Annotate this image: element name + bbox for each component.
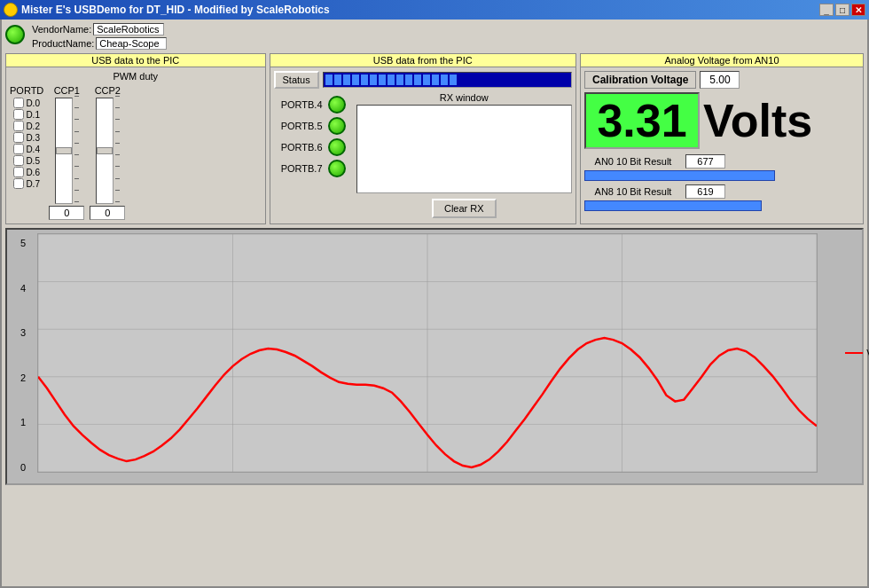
calib-value: 5.00: [700, 71, 740, 89]
portd-d1-checkbox[interactable]: [13, 109, 24, 120]
portd-d4: D.4: [13, 144, 40, 154]
portd-d3: D.3: [13, 132, 40, 143]
title-bar-title: Mister E's USBDemo for DT_HID - Modified…: [21, 4, 819, 16]
chart-svg: [38, 234, 817, 472]
voltage-unit: Volts: [703, 94, 812, 147]
portd-d4-checkbox[interactable]: [13, 144, 24, 154]
maximize-button[interactable]: □: [835, 4, 849, 16]
rx-textarea[interactable]: [356, 105, 573, 193]
an0-value: 677: [685, 154, 725, 169]
portb6-label: PORTB.6: [274, 142, 323, 153]
chart-inner: Volts: [37, 233, 818, 473]
portb7-row: PORTB.7: [274, 160, 346, 177]
y-label-1: 1: [11, 417, 26, 427]
portb4-row: PORTB.4: [274, 96, 346, 114]
ccp2-value: 0: [90, 206, 125, 220]
portb-rows: PORTB.4 PORTB.5 PORTB.6 PORTB.7: [274, 96, 346, 177]
portb7-led: [328, 160, 346, 177]
portd-d0: D.0: [13, 98, 40, 108]
y-label-5: 5: [11, 238, 26, 248]
ccp2-slider-track: [96, 98, 114, 204]
voltage-display: 3.31 Volts: [584, 92, 859, 149]
portb7-label: PORTB.7: [274, 163, 323, 174]
portb5-led: [328, 117, 346, 135]
ccp1-slider-track: [55, 98, 73, 204]
usb-from-pic-section: USB data from the PIC Status: [270, 53, 577, 224]
y-label-4: 4: [11, 283, 26, 294]
rx-window-section: RX window Clear RX: [356, 92, 573, 218]
an0-bar: [584, 170, 775, 181]
portb5-row: PORTB.5: [274, 117, 346, 135]
pwm-duty-label: PWM duty: [10, 71, 262, 82]
an8-bar: [584, 200, 762, 211]
portd-d6-checkbox[interactable]: [13, 167, 24, 177]
analog-voltage-section: Analog Voltage from AN10 Calibration Vol…: [580, 53, 864, 224]
usb-to-pic-section: USB data to the PIC PWM duty PORTD D.0: [5, 53, 266, 224]
connection-led: [5, 25, 25, 44]
top-info: VendorName: ScaleRobotics ProductName: C…: [5, 23, 864, 50]
portb4-label: PORTB.4: [274, 99, 323, 110]
progress-segments: [324, 73, 458, 87]
y-label-2: 2: [11, 372, 26, 383]
portd-d6: D.6: [13, 167, 40, 177]
portd-d1: D.1: [13, 109, 40, 120]
an0-row: AN0 10 Bit Result 677: [584, 154, 859, 169]
close-button[interactable]: ✕: [851, 4, 865, 16]
device-info: VendorName: ScaleRobotics ProductName: C…: [32, 23, 167, 50]
portd-d0-checkbox[interactable]: [13, 98, 24, 108]
an0-label: AN0 10 Bit Result: [584, 156, 682, 167]
portd-d2-checkbox[interactable]: [13, 121, 24, 131]
y-label-3: 3: [11, 327, 26, 338]
portd-d5: D.5: [13, 155, 40, 166]
portb-and-rx: PORTB.4 PORTB.5 PORTB.6 PORTB.7: [274, 92, 573, 218]
calib-label: Calibration Voltage: [584, 71, 696, 89]
portb5-label: PORTB.5: [274, 121, 323, 131]
product-value: Cheap-Scope: [96, 37, 167, 50]
ccp2-group: CCP2: [90, 85, 125, 220]
an8-label: AN8 10 Bit Result: [584, 186, 682, 197]
status-row: Status: [274, 71, 573, 89]
chart-container: 5 4 3 2 1 0: [5, 228, 864, 485]
an8-row: AN8 10 Bit Result 619: [584, 184, 859, 199]
portd-label: PORTD: [10, 85, 43, 96]
portb4-led: [328, 96, 346, 114]
portd-d7-checkbox[interactable]: [13, 178, 24, 189]
y-label-0: 0: [11, 462, 26, 473]
analog-voltage-header: Analog Voltage from AN10: [581, 54, 863, 67]
status-button[interactable]: Status: [274, 71, 319, 89]
portd-d3-checkbox[interactable]: [13, 132, 24, 143]
voltage-number: 3.31: [584, 92, 700, 149]
sections-row: USB data to the PIC PWM duty PORTD D.0: [5, 53, 864, 224]
legend-line: [845, 352, 863, 354]
title-bar-buttons: _ □ ✕: [819, 4, 865, 16]
portb6-led: [328, 138, 346, 156]
portd-d5-checkbox[interactable]: [13, 155, 24, 166]
status-progress-bar: [323, 72, 572, 88]
main-window: VendorName: ScaleRobotics ProductName: C…: [0, 20, 869, 588]
usb-from-pic-header: USB data from the PIC: [270, 54, 576, 67]
ccp1-label: CCP1: [54, 85, 80, 96]
vendor-label: VendorName:: [32, 24, 91, 35]
app-icon: [4, 3, 18, 17]
title-bar: Mister E's USBDemo for DT_HID - Modified…: [0, 0, 869, 20]
rx-window-label: RX window: [356, 92, 573, 103]
an8-value: 619: [685, 184, 725, 199]
product-label: ProductName:: [32, 38, 94, 49]
calib-row: Calibration Voltage 5.00: [584, 71, 859, 89]
portb6-row: PORTB.6: [274, 138, 346, 156]
y-axis-labels: 5 4 3 2 1 0: [11, 238, 28, 473]
portd-checkboxes: D.0 D.1 D.2: [13, 98, 40, 189]
portd-d7: D.7: [13, 178, 40, 189]
usb-to-pic-header: USB data to the PIC: [6, 54, 265, 67]
ccp2-slider-thumb[interactable]: [97, 147, 113, 154]
ccp1-group: CCP1: [49, 85, 84, 220]
portd-section: PORTD D.0 D.1: [10, 85, 262, 220]
minimize-button[interactable]: _: [819, 4, 834, 16]
portd-d2: D.2: [13, 121, 40, 131]
ccp1-slider-thumb[interactable]: [56, 147, 72, 154]
vendor-value: ScaleRobotics: [93, 23, 164, 35]
ccp2-label: CCP2: [95, 85, 121, 96]
chart-legend: Volts: [845, 348, 869, 358]
clear-rx-button[interactable]: Clear RX: [432, 199, 497, 218]
portd-group: PORTD D.0 D.1: [10, 85, 43, 189]
